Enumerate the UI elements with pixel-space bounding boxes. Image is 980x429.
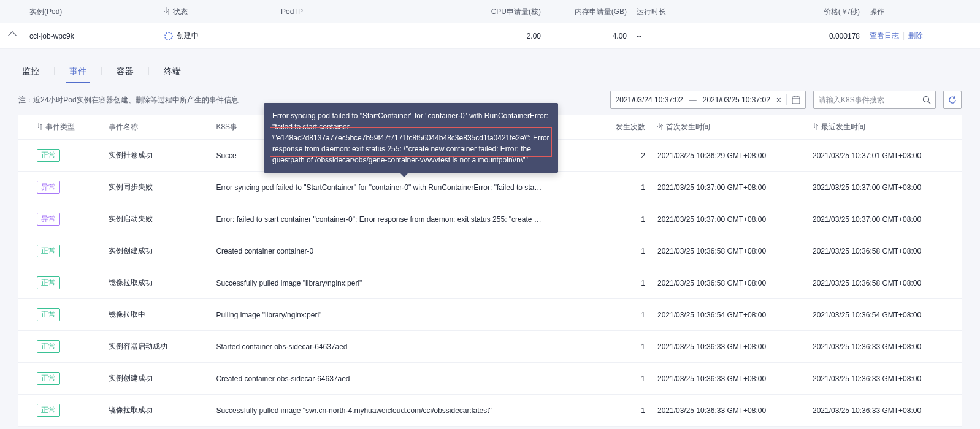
event-name: 镜像拉取成功 bbox=[102, 278, 210, 288]
event-last-time: 2021/03/25 10:37:00 GMT+08:00 bbox=[806, 215, 962, 224]
svg-line-5 bbox=[928, 102, 930, 104]
event-count: 1 bbox=[549, 279, 651, 287]
svg-rect-0 bbox=[792, 97, 800, 104]
event-last-time: 2021/03/25 10:36:33 GMT+08:00 bbox=[806, 343, 962, 351]
refresh-button[interactable] bbox=[943, 91, 962, 109]
event-k8s: Error: failed to start container "contai… bbox=[210, 215, 549, 224]
event-first-time: 2021/03/25 10:37:00 GMT+08:00 bbox=[651, 215, 806, 224]
event-count: 1 bbox=[549, 183, 651, 192]
event-name: 实例启动失败 bbox=[102, 214, 210, 224]
tab-events[interactable]: 事件 bbox=[66, 60, 90, 82]
event-count: 1 bbox=[549, 311, 651, 319]
status-badge: 正常 bbox=[37, 404, 60, 417]
col-cpu-header[interactable]: CPU申请量(核) bbox=[405, 7, 546, 17]
event-count: 1 bbox=[549, 247, 651, 256]
spinner-icon bbox=[164, 32, 173, 40]
event-row: 正常镜像拉取中Pulling image "library/nginx:perl… bbox=[18, 299, 962, 331]
col-duration-header[interactable]: 运行时长 bbox=[632, 7, 730, 17]
event-k8s: Created container container-0 bbox=[210, 247, 549, 256]
delete-link[interactable]: 删除 bbox=[908, 31, 923, 40]
event-row: 正常实例创建成功Created container container-0120… bbox=[18, 235, 962, 267]
col-mem-header[interactable]: 内存申请量(GB) bbox=[546, 7, 632, 17]
col-status-header[interactable]: 状态 bbox=[159, 7, 276, 17]
event-search-input[interactable] bbox=[814, 96, 917, 104]
event-first-time: 2021/03/25 10:36:58 GMT+08:00 bbox=[651, 247, 806, 256]
event-k8s: Successfully pulled image "library/nginx… bbox=[210, 279, 549, 287]
event-last-time: 2021/03/25 10:36:58 GMT+08:00 bbox=[806, 247, 962, 256]
pod-name: cci-job-wpc9k bbox=[25, 32, 159, 40]
event-row: 正常实例容器启动成功Started container obs-sidecar-… bbox=[18, 331, 962, 363]
event-first-time: 2021/03/25 10:37:00 GMT+08:00 bbox=[651, 183, 806, 192]
event-k8s: Error syncing pod failed to "StartContai… bbox=[210, 183, 549, 192]
event-last-time: 2021/03/25 10:36:33 GMT+08:00 bbox=[806, 406, 962, 415]
pod-table: 实例(Pod) 状态 Pod IP CPU申请量(核) 内存申请量(GB) 运行… bbox=[0, 0, 980, 429]
ev-col-type[interactable]: 事件类型 bbox=[18, 122, 102, 132]
event-first-time: 2021/03/25 10:36:29 GMT+08:00 bbox=[651, 151, 806, 160]
event-count: 2 bbox=[549, 151, 651, 160]
status-badge: 正常 bbox=[37, 372, 60, 385]
pod-cpu: 2.00 bbox=[405, 32, 546, 40]
pod-row: cci-job-wpc9k 创建中 2.00 4.00 -- 0.000178 … bbox=[0, 23, 980, 49]
col-pod-header[interactable]: 实例(Pod) bbox=[25, 7, 159, 17]
status-badge: 正常 bbox=[37, 276, 60, 289]
event-type: 正常 bbox=[18, 276, 102, 289]
event-first-time: 2021/03/25 10:36:33 GMT+08:00 bbox=[651, 406, 806, 415]
ev-col-first[interactable]: 首次发生时间 bbox=[651, 122, 806, 132]
pod-status: 创建中 bbox=[159, 31, 276, 41]
event-type: 正常 bbox=[18, 340, 102, 353]
calendar-icon[interactable] bbox=[792, 96, 800, 104]
clear-date-icon[interactable]: × bbox=[776, 95, 781, 105]
svg-point-4 bbox=[923, 97, 928, 102]
event-first-time: 2021/03/25 10:36:54 GMT+08:00 bbox=[651, 311, 806, 319]
col-price-header[interactable]: 价格(￥/秒) bbox=[730, 7, 865, 17]
event-name: 实例创建成功 bbox=[102, 246, 210, 256]
col-ops-header: 操作 bbox=[865, 7, 963, 17]
expand-toggle[interactable] bbox=[0, 32, 25, 40]
sort-icon bbox=[164, 7, 170, 17]
event-first-time: 2021/03/25 10:36:58 GMT+08:00 bbox=[651, 279, 806, 287]
event-type: 正常 bbox=[18, 372, 102, 385]
event-first-time: 2021/03/25 10:36:33 GMT+08:00 bbox=[651, 343, 806, 351]
date-range-picker[interactable]: 2021/03/24 10:37:02 — 2021/03/25 10:37:0… bbox=[610, 91, 806, 109]
events-note: 注：近24小时Pod实例在容器创建、删除等过程中所产生的事件信息 bbox=[18, 95, 239, 105]
event-name: 实例创建成功 bbox=[102, 373, 210, 384]
ev-col-count[interactable]: 发生次数 bbox=[549, 122, 651, 132]
event-type: 正常 bbox=[18, 308, 102, 321]
status-badge: 正常 bbox=[37, 308, 60, 321]
ev-col-last[interactable]: 最近发生时间 bbox=[806, 122, 962, 132]
tab-terminal[interactable]: 终端 bbox=[160, 60, 185, 82]
status-badge: 异常 bbox=[37, 213, 60, 226]
tab-monitor[interactable]: 监控 bbox=[18, 60, 43, 82]
event-last-time: 2021/03/25 10:36:54 GMT+08:00 bbox=[806, 311, 962, 319]
event-count: 1 bbox=[549, 406, 651, 415]
pod-table-header: 实例(Pod) 状态 Pod IP CPU申请量(核) 内存申请量(GB) 运行… bbox=[0, 0, 980, 23]
event-count: 1 bbox=[549, 215, 651, 224]
event-k8s: Created container obs-sidecar-64637aed bbox=[210, 374, 549, 383]
tab-containers[interactable]: 容器 bbox=[113, 60, 137, 82]
ev-col-name[interactable]: 事件名称 bbox=[102, 122, 210, 132]
pod-price: 0.000178 bbox=[730, 32, 865, 40]
event-type: 异常 bbox=[18, 213, 102, 226]
status-badge: 正常 bbox=[37, 340, 60, 353]
event-search-box bbox=[813, 91, 936, 109]
detail-tabs: 监控 事件 容器 终端 bbox=[18, 60, 962, 82]
chevron-up-icon bbox=[8, 31, 17, 39]
date-from: 2021/03/24 10:37:02 bbox=[616, 96, 683, 104]
event-row: 正常镜像拉取成功Successfully pulled image "libra… bbox=[18, 267, 962, 299]
event-name: 实例挂卷成功 bbox=[102, 150, 210, 161]
date-to: 2021/03/25 10:37:02 bbox=[703, 96, 770, 104]
event-row: 正常镜像拉取成功Successfully pulled image "swr.c… bbox=[18, 395, 962, 427]
event-type: 正常 bbox=[18, 245, 102, 257]
view-logs-link[interactable]: 查看日志 bbox=[870, 31, 899, 40]
event-count: 1 bbox=[549, 343, 651, 351]
search-button[interactable] bbox=[917, 91, 935, 108]
event-last-time: 2021/03/25 10:36:58 GMT+08:00 bbox=[806, 279, 962, 287]
col-ip-header[interactable]: Pod IP bbox=[276, 7, 405, 16]
event-k8s: Successfully pulled image "swr.cn-north-… bbox=[210, 406, 549, 415]
event-k8s: Started container obs-sidecar-64637aed bbox=[210, 343, 549, 351]
detail-panel: 监控 事件 容器 终端 注：近24小时Pod实例在容器创建、删除等过程中所产生的… bbox=[0, 49, 980, 429]
sort-icon bbox=[37, 123, 43, 132]
search-icon bbox=[922, 96, 931, 104]
event-name: 实例容器启动成功 bbox=[102, 341, 210, 352]
sort-icon bbox=[813, 123, 819, 132]
